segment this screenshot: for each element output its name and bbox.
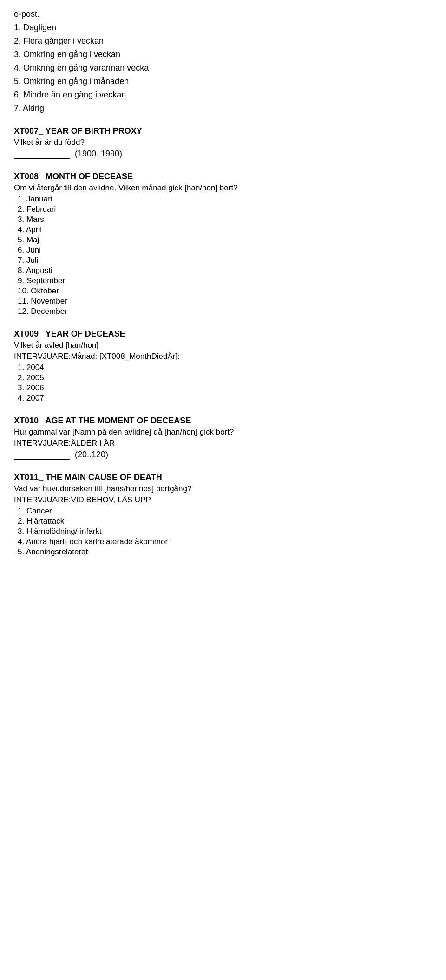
- xt009-question: Vilket år avled [han/hon]: [14, 341, 432, 350]
- freq-item-5: 5. Omkring en gång i månaden: [14, 77, 432, 86]
- xt007-range-hint: (1900..1990): [75, 149, 122, 158]
- freq-item-6: 6. Mindre än en gång i veckan: [14, 90, 432, 100]
- month-item-7: 7. Juli: [18, 256, 432, 265]
- month-item-6: 6. Juni: [18, 246, 432, 255]
- month-item-11: 11. November: [18, 297, 432, 306]
- xt009-section: XT009_ YEAR OF DECEASE Vilket år avled […: [14, 329, 432, 403]
- month-item-1: 1. Januari: [18, 195, 432, 204]
- xt010-range-hint: (20..120): [75, 450, 108, 459]
- cause-item-2: 2. Hjärtattack: [18, 517, 432, 526]
- freq-item-4: 4. Omkring en gång varannan vecka: [14, 63, 432, 73]
- xt008-question: Om vi återgår till den avlidne. Vilken m…: [14, 183, 432, 193]
- month-item-10: 10. Oktober: [18, 286, 432, 296]
- xt009-heading: XT009_ YEAR OF DECEASE: [14, 329, 432, 339]
- xt007-section: XT007_ YEAR OF BIRTH PROXY Vilket år är …: [14, 126, 432, 159]
- xt009-interviewer-note: INTERVJUARE:Månad: [XT008_MonthDiedÅr]:: [14, 352, 432, 361]
- cause-item-1: 1. Cancer: [18, 506, 432, 516]
- xt011-heading: XT011_ THE MAIN CAUSE OF DEATH: [14, 473, 432, 482]
- xt011-section: XT011_ THE MAIN CAUSE OF DEATH Vad var h…: [14, 473, 432, 557]
- month-item-3: 3. Mars: [18, 215, 432, 224]
- xt007-question: Vilket år är du född?: [14, 138, 432, 147]
- cause-item-3: 3. Hjärnblödning/-infarkt: [18, 527, 432, 536]
- year-item-4: 4. 2007: [18, 394, 432, 403]
- xt010-input-row: (20..120): [14, 450, 432, 460]
- xt007-input[interactable]: [14, 149, 70, 159]
- xt010-question: Hur gammal var [Namn på den avlidne] då …: [14, 428, 432, 437]
- year-item-1: 1. 2004: [18, 363, 432, 372]
- month-item-2: 2. Februari: [18, 205, 432, 214]
- month-item-8: 8. Augusti: [18, 266, 432, 275]
- freq-item-1: 1. Dagligen: [14, 23, 432, 32]
- xt011-interviewer-note: INTERVJUARE:VID BEHOV, LÄS UPP: [14, 495, 432, 505]
- xt008-section: XT008_ MONTH OF DECEASE Om vi återgår ti…: [14, 172, 432, 316]
- xt010-section: XT010_ AGE AT THE MOMENT OF DECEASE Hur …: [14, 416, 432, 460]
- xt010-heading: XT010_ AGE AT THE MOMENT OF DECEASE: [14, 416, 432, 426]
- freq-item-2: 2. Flera gånger i veckan: [14, 36, 432, 46]
- xt007-heading: XT007_ YEAR OF BIRTH PROXY: [14, 126, 432, 136]
- month-item-9: 9. September: [18, 276, 432, 286]
- month-item-5: 5. Maj: [18, 235, 432, 245]
- cause-item-4: 4. Andra hjärt- och kärlrelaterade åkomm…: [18, 537, 432, 546]
- xt010-input[interactable]: [14, 450, 70, 460]
- xt011-question: Vad var huvudorsaken till [hans/hennes] …: [14, 484, 432, 493]
- year-item-2: 2. 2005: [18, 373, 432, 383]
- epost-item: e-post.: [14, 9, 432, 19]
- freq-item-3: 3. Omkring en gång i veckan: [14, 50, 432, 59]
- freq-item-7: 7. Aldrig: [14, 104, 432, 113]
- year-item-3: 3. 2006: [18, 383, 432, 393]
- month-item-12: 12. December: [18, 307, 432, 316]
- month-item-4: 4. April: [18, 225, 432, 234]
- cause-item-5: 5. Andningsrelaterat: [18, 547, 432, 557]
- xt008-heading: XT008_ MONTH OF DECEASE: [14, 172, 432, 182]
- xt010-interviewer-note: INTERVJUARE:ÅLDER I ÅR: [14, 439, 432, 448]
- xt007-input-row: (1900..1990): [14, 149, 432, 159]
